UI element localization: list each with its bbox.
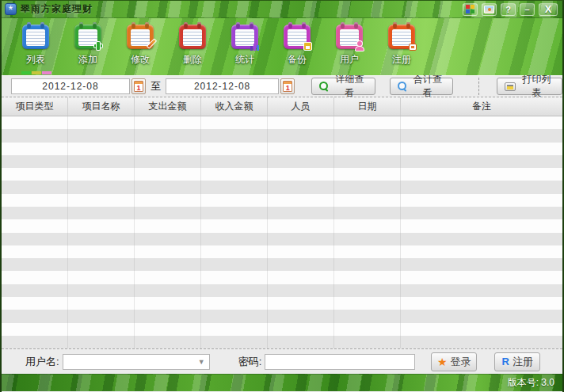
table-row[interactable] <box>2 284 562 297</box>
toolbar-label: 注册 <box>392 53 411 67</box>
table-row[interactable] <box>2 245 562 258</box>
column-header[interactable]: 日期 <box>334 97 401 116</box>
toolbar-button-user[interactable]: 用户 <box>323 25 375 67</box>
minimize-button[interactable]: – <box>520 3 535 16</box>
toolbar-button-delete[interactable]: 删除 <box>166 25 219 67</box>
username-label: 用户名: <box>25 355 59 369</box>
toolbar-indicator-strip <box>21 71 51 74</box>
filter-bar: 1 至 1 详细查看 合计查看 打印列表 <box>2 75 562 97</box>
table-row[interactable] <box>2 336 562 348</box>
date-to-input[interactable] <box>166 78 279 94</box>
toolbar-label: 用户 <box>340 53 359 67</box>
table-row[interactable] <box>2 129 562 142</box>
status-bar: 版本号: 3.0 <box>2 374 562 391</box>
table-row[interactable] <box>2 116 562 129</box>
toolbar-button-list[interactable]: 列表 <box>10 25 62 67</box>
column-header[interactable]: 项目类型 <box>2 97 68 116</box>
password-input[interactable] <box>265 354 415 370</box>
table-row[interactable] <box>2 258 562 271</box>
column-header[interactable]: 人员 <box>268 97 334 116</box>
login-button[interactable]: ★ 登录 <box>431 352 477 371</box>
window-title: 翠雨方家庭理财 <box>21 2 93 16</box>
column-header[interactable]: 项目名称 <box>68 97 135 116</box>
close-button[interactable]: X <box>539 3 558 16</box>
toolbar-label: 修改 <box>131 53 150 67</box>
toolbar-label: 添加 <box>78 53 97 67</box>
table-row[interactable] <box>2 310 562 322</box>
register-button[interactable]: R 注册 <box>494 352 540 371</box>
column-header[interactable]: 备注 <box>401 97 562 116</box>
password-label: 密码: <box>238 355 262 369</box>
calendar-from-button[interactable]: 1 <box>131 78 146 94</box>
table-row[interactable] <box>2 297 562 310</box>
login-label: 登录 <box>451 355 471 369</box>
toolbar-label: 统计 <box>235 53 254 67</box>
r-letter-icon: R <box>502 356 509 367</box>
toolbar-label: 列表 <box>26 53 45 67</box>
table-row[interactable] <box>2 168 562 181</box>
version-text: 版本号: 3.0 <box>508 376 554 390</box>
table-row[interactable] <box>2 323 562 336</box>
column-header[interactable]: 支出金额 <box>135 97 201 116</box>
search-icon <box>398 82 406 91</box>
print-list-button[interactable]: 打印列表 <box>497 78 562 95</box>
toolbar-button-register[interactable]: 注册 <box>375 25 428 67</box>
app-window: * 翠雨方家庭理财 ? – X 列表添加修改删除统计备份用户注册 1 至 1 详… <box>0 0 564 392</box>
calendar-to-button[interactable]: 1 <box>280 78 295 94</box>
calendar-icon: 1 <box>283 81 292 92</box>
detail-view-button[interactable]: 详细查看 <box>311 78 375 95</box>
window-controls: ? – X <box>463 3 558 16</box>
color-grid-icon <box>466 5 474 13</box>
calendar-icon: 1 <box>134 81 143 92</box>
date-range-to-label: 至 <box>151 79 161 93</box>
print-list-label: 打印列表 <box>519 73 554 100</box>
table-row[interactable] <box>2 181 562 193</box>
app-icon: * <box>5 3 17 15</box>
toolbar-button-add[interactable]: 添加 <box>62 25 114 67</box>
toolbar-label: 删除 <box>183 53 202 67</box>
table-body <box>2 116 562 348</box>
backup-notebook-icon <box>284 25 311 49</box>
login-bar: 用户名: ▼ 密码: ★ 登录 R 注册 <box>2 348 562 374</box>
delete-notebook-icon <box>179 25 206 49</box>
detail-view-label: 详细查看 <box>332 73 368 100</box>
toolbar-button-edit[interactable]: 修改 <box>114 25 166 67</box>
total-view-label: 合计查看 <box>410 73 445 100</box>
user-notebook-icon <box>336 25 363 49</box>
register-label: 注册 <box>513 355 533 369</box>
register-notebook-icon <box>388 25 415 49</box>
window-skin-icon <box>484 6 494 13</box>
skin-palette-button[interactable] <box>463 3 478 16</box>
table-row[interactable] <box>2 155 562 168</box>
stats-notebook-icon <box>231 25 258 49</box>
chevron-down-icon: ▼ <box>198 358 209 366</box>
search-icon <box>319 82 328 91</box>
toolbar-button-stats[interactable]: 统计 <box>219 25 271 67</box>
vertical-separator <box>478 78 479 95</box>
skin-change-button[interactable] <box>482 3 497 16</box>
printer-icon <box>505 82 515 91</box>
toolbar-button-backup[interactable]: 备份 <box>271 25 323 67</box>
star-icon: ★ <box>437 356 448 367</box>
toolbar: 列表添加修改删除统计备份用户注册 <box>2 18 562 75</box>
title-bar: * 翠雨方家庭理财 ? – X <box>2 1 562 18</box>
table-row[interactable] <box>2 194 562 207</box>
table-header: 项目类型项目名称支出金额收入金额人员日期备注 <box>2 97 562 116</box>
add-notebook-icon <box>74 25 101 49</box>
toolbar-label: 备份 <box>288 53 307 67</box>
table-row[interactable] <box>2 271 562 284</box>
table-row[interactable] <box>2 207 562 219</box>
username-select[interactable]: ▼ <box>63 354 210 370</box>
table-row[interactable] <box>2 219 562 232</box>
edit-notebook-icon <box>127 25 154 49</box>
table-row[interactable] <box>2 233 562 245</box>
table-row[interactable] <box>2 143 562 155</box>
list-notebook-icon <box>22 25 49 49</box>
date-from-input[interactable] <box>11 78 130 94</box>
help-button[interactable]: ? <box>501 3 516 16</box>
column-header[interactable]: 收入金额 <box>201 97 268 116</box>
total-view-button[interactable]: 合计查看 <box>390 78 454 95</box>
